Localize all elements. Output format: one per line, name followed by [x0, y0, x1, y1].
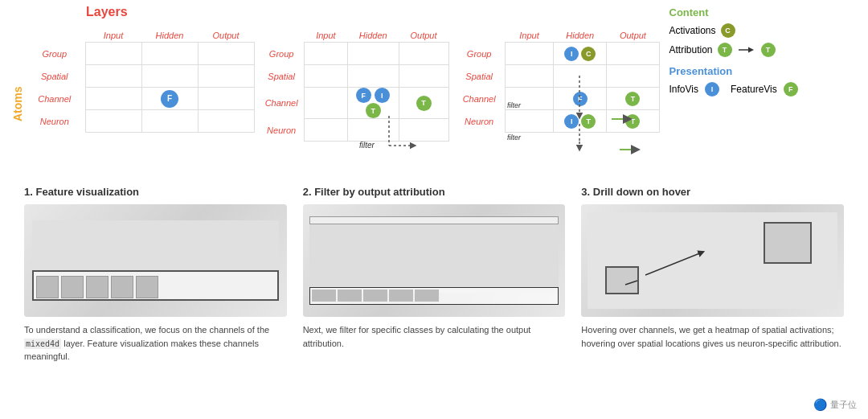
svg-text:filter: filter	[359, 141, 375, 150]
cell-4-1	[85, 110, 141, 133]
col-hidden-2: Hidden	[347, 29, 399, 43]
row-group-1: Group	[29, 43, 85, 65]
cell-1-2	[141, 43, 198, 65]
infovis-item: InfoVis I FeatureVis F	[669, 82, 811, 97]
attribution-badge-left: T	[718, 43, 732, 57]
grid-2: Input Hidden Output Group	[264, 29, 449, 169]
cell-1-3	[198, 43, 254, 65]
activations-label: Activations	[669, 25, 716, 36]
cell-4-3	[198, 110, 254, 133]
demo-image-inner-2	[303, 204, 566, 317]
demo-title-2: 2. Filter by output attribution	[303, 186, 566, 198]
top-section: Layers Atoms Input Hidden Output	[0, 0, 868, 169]
col-output-3: Output	[607, 29, 659, 43]
cell3-3-1	[505, 88, 553, 110]
row-neuron-1: Neuron	[29, 110, 85, 133]
f-badge-3: F	[573, 92, 588, 106]
col-input-1: Input	[85, 29, 141, 43]
attribution-badge-right: T	[761, 43, 776, 57]
content-title: Content	[669, 6, 811, 18]
featurevis-badge: F	[784, 82, 798, 97]
cell2-4-1	[304, 119, 347, 142]
i-badge-3-n: I	[564, 114, 579, 129]
layers-title: Layers	[86, 5, 128, 19]
t-badge-2-output: T	[416, 96, 432, 111]
attribution-label: Attribution	[669, 44, 713, 55]
cell3-4-3: T	[607, 110, 659, 133]
grid-3: Input Hidden Output Group I C	[459, 29, 660, 169]
i-badge-2: I	[375, 88, 390, 103]
demo-card-3: 3. Drill down on hover	[581, 186, 844, 419]
cell2-4-2	[347, 119, 399, 142]
cell2-2-2	[347, 65, 399, 88]
svg-text:filter: filter	[507, 134, 522, 142]
demo-title-3: 3. Drill down on hover	[581, 186, 844, 198]
cell2-3-2: F I T	[347, 88, 399, 119]
cell3-2-1	[505, 65, 553, 88]
cell3-2-3	[607, 65, 659, 88]
cell2-4-3	[399, 119, 448, 142]
cell-2-2	[141, 65, 198, 88]
cell3-2-2	[554, 65, 607, 88]
cell-2-1	[85, 65, 141, 88]
cell3-4-2: I T	[554, 110, 607, 133]
cell-1-1	[85, 43, 141, 65]
presentation-title: Presentation	[669, 65, 811, 77]
demo-card-2: 2. Filter by output attribution Next, we…	[303, 186, 566, 419]
cell-2-3	[198, 65, 254, 88]
demo-title-1: 1. Feature visualization	[24, 186, 287, 198]
row-spatial-1: Spatial	[29, 65, 85, 88]
row-group-3: Group	[459, 43, 506, 65]
featurevis-label: FeatureVis	[731, 84, 777, 95]
i-badge-3-sp: I	[564, 47, 579, 61]
t-badge-2-hidden: T	[366, 103, 381, 118]
demo-text-2: Next, we filter for specific classes by …	[303, 323, 566, 350]
col-output-1: Output	[198, 29, 254, 43]
cell2-2-1	[304, 65, 347, 88]
atoms-label: Atoms	[8, 31, 27, 176]
demo-image-3	[581, 204, 844, 317]
demo-image-1	[24, 204, 287, 317]
col-input-2: Input	[304, 29, 347, 43]
grid-1: Input Hidden Output Group	[29, 29, 255, 169]
demo-image-2	[303, 204, 566, 317]
attribution-item: Attribution T T	[669, 43, 811, 57]
demo-image-inner-3	[581, 204, 844, 317]
activations-badge: C	[721, 23, 735, 38]
activations-item: Activations C	[669, 23, 811, 38]
bottom-section: 1. Feature visualization To understa	[0, 186, 868, 419]
infovis-label: InfoVis	[669, 84, 698, 95]
row-channel-2: Channel	[264, 88, 305, 119]
cell3-1-2: I C	[554, 43, 607, 65]
demo-text-1: To understand a classification, we focus…	[24, 323, 287, 364]
cell3-3-2: F	[554, 88, 607, 110]
demo-image-inner-1	[24, 204, 287, 317]
col-output-2: Output	[399, 29, 448, 43]
infovis-badge: I	[705, 82, 719, 97]
demo-card-1: 1. Feature visualization To understa	[24, 186, 287, 419]
cell2-3-1	[304, 88, 347, 119]
t-badge-3-n-h: T	[581, 114, 596, 129]
t-badge-3-n-o: T	[625, 114, 640, 129]
row-neuron-2: Neuron	[264, 119, 305, 142]
demo-text-3: Hovering over channels, we get a heatmap…	[581, 323, 844, 350]
cell-4-2	[141, 110, 198, 133]
f-badge-1: F	[161, 90, 178, 108]
cell2-1-3	[399, 43, 448, 65]
watermark-icon: 🔵	[813, 398, 827, 411]
cell3-4-1	[505, 110, 553, 133]
cell3-1-1	[505, 43, 553, 65]
cell2-3-3: T	[399, 88, 448, 119]
code-1: mixed4d	[24, 339, 61, 349]
cell2-2-3	[399, 65, 448, 88]
right-sidebar: Content Activations C Attribution T T Pr…	[660, 0, 821, 169]
c-badge-3: C	[581, 47, 596, 61]
row-channel-3: Channel	[459, 88, 506, 110]
col-hidden-3: Hidden	[554, 29, 607, 43]
row-neuron-3: Neuron	[459, 110, 506, 133]
row-group-2: Group	[264, 43, 305, 65]
row-channel-1: Channel	[29, 88, 85, 110]
cell3-1-3	[607, 43, 659, 65]
cell-3-1	[85, 88, 141, 110]
t-badge-3-ch: T	[625, 92, 640, 106]
